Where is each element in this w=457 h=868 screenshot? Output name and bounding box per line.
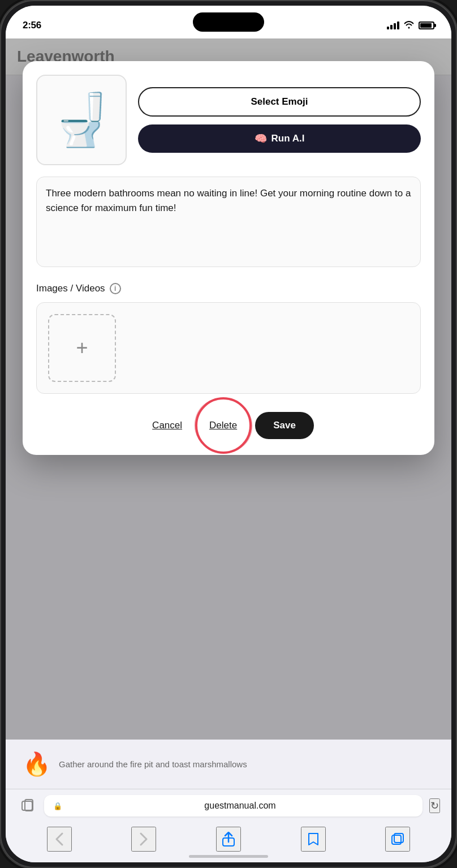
emoji-preview: 🚽	[36, 75, 127, 165]
tabs-icon	[21, 801, 33, 811]
modal-overlay: 🚽 Select Emoji 🧠 Run A.I Three modern ba…	[6, 38, 451, 862]
wifi-icon	[404, 21, 414, 31]
screen: 2:56 Leaven	[6, 6, 451, 862]
back-button[interactable]	[47, 827, 72, 852]
cancel-button[interactable]: Cancel	[143, 412, 191, 439]
url-text: guestmanual.com	[67, 801, 413, 811]
modal-top-row: 🚽 Select Emoji 🧠 Run A.I	[36, 75, 421, 165]
delete-button[interactable]: Delete	[200, 412, 246, 439]
signal-icon	[387, 22, 399, 29]
browser-bar: 🔒 guestmanual.com ↻	[6, 789, 451, 862]
fire-emoji-icon: 🔥	[23, 751, 51, 777]
info-icon[interactable]: i	[110, 283, 121, 294]
ai-brain-icon: 🧠	[255, 132, 267, 145]
tabs-overview-button[interactable]	[385, 827, 410, 852]
delete-label: Delete	[209, 420, 237, 431]
emoji-display: 🚽	[50, 91, 113, 150]
media-label-text: Images / Videos	[36, 283, 105, 294]
media-upload-area: +	[36, 302, 421, 394]
below-modal-content: 🔥 Gather around the fire pit and toast m…	[6, 740, 451, 789]
lock-icon: 🔒	[53, 802, 62, 810]
bookmarks-button[interactable]	[301, 827, 326, 852]
phone-frame: 2:56 Leaven	[0, 0, 457, 868]
media-label: Images / Videos i	[36, 283, 421, 294]
save-button[interactable]: Save	[255, 412, 314, 439]
media-section: Images / Videos i +	[36, 283, 421, 394]
bottom-actions: Cancel Delete Save	[36, 410, 421, 439]
add-media-button[interactable]: +	[48, 314, 116, 382]
dynamic-island	[193, 12, 264, 32]
modal-card: 🚽 Select Emoji 🧠 Run A.I Three modern ba…	[23, 61, 434, 455]
run-ai-button[interactable]: 🧠 Run A.I	[138, 124, 421, 153]
status-bar: 2:56	[6, 6, 451, 38]
run-ai-label: Run A.I	[271, 133, 305, 144]
background-content: Leavenworth 🚽 Select Emoji 🧠	[6, 38, 451, 862]
url-bar[interactable]: 🔒 guestmanual.com	[44, 795, 422, 817]
share-button[interactable]	[216, 827, 241, 852]
tabs-button[interactable]	[17, 796, 37, 816]
battery-icon	[419, 22, 434, 29]
select-emoji-button[interactable]: Select Emoji	[138, 87, 421, 117]
forward-button[interactable]	[131, 827, 156, 852]
url-bar-row: 🔒 guestmanual.com ↻	[6, 789, 451, 822]
description-textarea[interactable]: Three modern bathrooms mean no waiting i…	[36, 177, 421, 267]
home-indicator	[189, 855, 268, 858]
status-icons	[387, 21, 434, 31]
action-buttons: Select Emoji 🧠 Run A.I	[138, 87, 421, 153]
status-time: 2:56	[23, 20, 41, 31]
below-modal-text: Gather around the fire pit and toast mar…	[59, 758, 247, 770]
reload-button[interactable]: ↻	[429, 798, 440, 813]
